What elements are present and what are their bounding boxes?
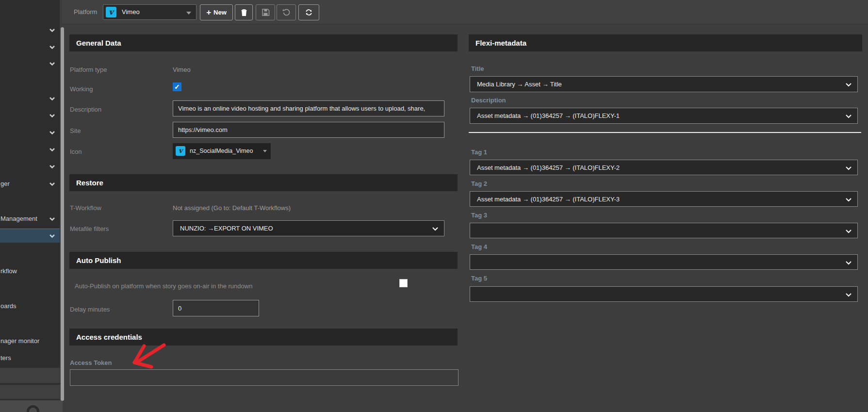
vimeo-icon: v (176, 146, 185, 156)
site-label: Site (70, 127, 81, 134)
flexi-tag4-select[interactable] (470, 254, 858, 270)
auto-publish-checkbox[interactable] (399, 279, 408, 287)
working-label: Working (70, 85, 93, 93)
sidebar-footer (0, 400, 63, 412)
undo-icon (282, 8, 291, 16)
working-checkbox[interactable] (173, 82, 181, 91)
sidebar-item[interactable]: Management (0, 212, 60, 226)
delay-minutes-input[interactable] (173, 300, 259, 316)
icon-label: Icon (70, 148, 82, 155)
sidebar-item[interactable]: rkflow (0, 264, 60, 278)
sidebar-item[interactable]: ger (0, 177, 60, 191)
chevron-down-icon (49, 234, 55, 238)
sidebar-item[interactable]: oards (0, 299, 60, 313)
platform-label: Platform (74, 8, 97, 16)
new-button[interactable]: + New (200, 4, 233, 20)
undo-button[interactable] (277, 4, 296, 20)
chevron-down-icon (845, 166, 852, 170)
chevron-down-icon (49, 217, 55, 221)
flexi-field-label: Tag 4 (471, 243, 487, 250)
chevron-down-icon (49, 45, 55, 49)
chevron-down-icon (49, 114, 55, 118)
chevron-down-icon (845, 114, 852, 118)
flexi-field-label: Tag 1 (471, 148, 487, 156)
platform-select-value: Vimeo (122, 8, 140, 16)
sidebar-footer-row (0, 368, 63, 384)
chevron-down-icon (49, 97, 55, 101)
delete-button[interactable] (235, 4, 253, 20)
auto-publish-toggle-label: Auto-Publish on platform when story goes… (75, 282, 252, 290)
chevron-down-icon (845, 229, 852, 233)
sidebar-item[interactable] (0, 40, 60, 54)
chevron-down-icon (845, 261, 852, 265)
flexi-field-label: Description (471, 97, 506, 104)
chevron-down-icon (263, 150, 267, 152)
platform-type-label: Platform type (70, 66, 107, 73)
metafile-filters-label: Metafile filters (70, 225, 109, 232)
sidebar-item[interactable] (0, 57, 60, 70)
refresh-icon (305, 8, 313, 16)
save-button[interactable] (256, 4, 275, 20)
flexi-field-label: Tag 3 (471, 212, 487, 219)
flexi-description-select[interactable]: Asset metadata → (01)364257 → (ITALO)FLE… (470, 108, 858, 124)
flexi-tag1-select[interactable]: Asset metadata → (01)364257 → (ITALO)FLE… (470, 160, 858, 175)
chevron-down-icon (432, 227, 439, 231)
platform-select[interactable]: v Vimeo (103, 4, 197, 20)
platform-type-value: Vimeo (173, 66, 191, 73)
vertical-scrollbar[interactable] (61, 27, 64, 401)
delay-minutes-label: Delay minutes (70, 306, 110, 313)
toolbar: Platform v Vimeo + New (62, 0, 868, 24)
access-token-label: Access Token (70, 359, 112, 366)
new-button-label: New (213, 9, 227, 16)
sidebar-item[interactable] (0, 23, 60, 37)
chevron-down-icon (49, 62, 55, 66)
red-arrow-annotation (129, 340, 170, 371)
site-input[interactable] (173, 122, 444, 138)
icon-select-value: nz_SocialMedia_Vimeo (190, 148, 253, 154)
chevron-down-icon (845, 198, 852, 202)
flexi-tag5-select[interactable] (470, 286, 858, 302)
chevron-down-icon (49, 131, 55, 135)
metafile-filters-value: NUNZIO: →EXPORT ON VIMEO (180, 225, 273, 232)
restore-header: Restore (69, 174, 458, 191)
icon-select[interactable]: v nz_SocialMedia_Vimeo (173, 143, 271, 159)
description-label: Description (70, 106, 101, 113)
sidebar: ger Management rkflow oards nager monito… (0, 0, 60, 412)
access-token-input[interactable] (70, 369, 459, 386)
chevron-down-icon (49, 165, 55, 169)
sidebar-item[interactable] (0, 92, 60, 105)
refresh-button[interactable] (298, 4, 319, 20)
sidebar-footer-row (0, 385, 63, 399)
t-workflow-label: T-Workflow (70, 204, 101, 212)
flexi-field-label: Tag 5 (471, 275, 487, 282)
sidebar-item[interactable] (0, 160, 60, 173)
sidebar-item-selected[interactable] (0, 229, 60, 243)
chevron-down-icon (845, 293, 852, 297)
description-input[interactable] (173, 100, 444, 116)
auto-publish-header: Auto Publish (69, 252, 458, 269)
flexi-tag2-select[interactable]: Asset metadata → (01)364257 → (ITALO)FLE… (470, 191, 858, 207)
sidebar-item[interactable]: ters (0, 351, 60, 365)
publish-platform-settings-page: ger Management rkflow oards nager monito… (0, 0, 868, 412)
t-workflow-value: Not assigned (Go to: Default T-Workflows… (173, 204, 291, 212)
sidebar-item[interactable] (0, 143, 60, 156)
metafile-filters-select[interactable]: NUNZIO: →EXPORT ON VIMEO (173, 220, 444, 236)
sidebar-item[interactable] (0, 109, 60, 122)
flexi-field-label: Tag 2 (471, 180, 487, 187)
flexi-metadata-header: Flexi-metadata (469, 34, 862, 51)
logo-icon (27, 405, 39, 412)
vimeo-icon: v (106, 7, 116, 17)
plus-icon: + (206, 8, 211, 16)
flexi-field-label: Title (471, 65, 484, 72)
chevron-down-icon (49, 148, 55, 152)
chevron-down-icon (49, 182, 55, 186)
access-credentials-header: Access credentials (69, 329, 458, 346)
sidebar-item[interactable]: nager monitor (0, 334, 60, 348)
flexi-tag3-select[interactable] (470, 223, 858, 238)
flexi-title-select[interactable]: Media Library → Asset → Title (470, 76, 858, 92)
chevron-down-icon (845, 82, 852, 87)
sidebar-item[interactable] (0, 126, 60, 139)
general-data-header: General Data (69, 34, 458, 51)
trash-icon (240, 8, 248, 16)
section-divider (469, 132, 861, 133)
